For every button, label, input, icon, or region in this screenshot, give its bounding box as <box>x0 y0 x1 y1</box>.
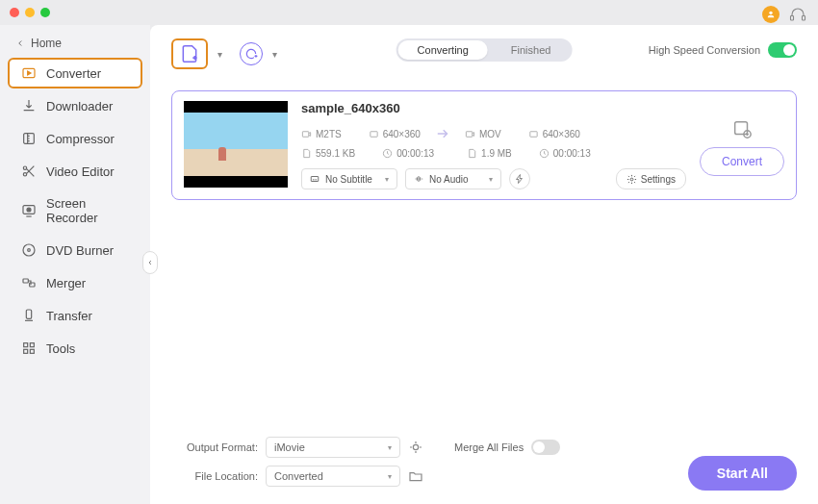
svg-point-6 <box>23 166 26 169</box>
format-settings-icon[interactable] <box>408 440 423 455</box>
file-card: sample_640x360 M2TS 640×360 MOV 640×360 … <box>171 90 797 200</box>
footer: Output Format: iMovie ▾ Merge All Files … <box>171 437 797 494</box>
output-format-icon[interactable] <box>731 118 753 139</box>
add-file-icon <box>180 44 199 63</box>
video-thumbnail[interactable] <box>184 101 288 188</box>
sidebar-collapse-handle[interactable] <box>142 251 158 274</box>
svg-rect-22 <box>530 131 537 137</box>
sidebar-item-label: Converter <box>46 66 101 81</box>
file-location-select[interactable]: Converted ▾ <box>266 466 400 487</box>
tab-finished[interactable]: Finished <box>490 38 573 62</box>
grid-icon <box>21 340 37 356</box>
subtitle-select[interactable]: No Subtitle ▾ <box>301 168 397 189</box>
settings-button[interactable]: Settings <box>616 168 686 189</box>
sidebar-item-screen-recorder[interactable]: Screen Recorder <box>8 189 142 233</box>
settings-label: Settings <box>641 174 676 185</box>
folder-icon[interactable] <box>408 468 423 484</box>
sidebar-item-tools[interactable]: Tools <box>8 333 142 364</box>
high-speed-toggle[interactable] <box>768 42 797 58</box>
dst-dur: 00:00:13 <box>553 148 591 159</box>
svg-point-7 <box>23 173 26 176</box>
transfer-icon <box>21 308 37 323</box>
svg-rect-16 <box>30 343 34 347</box>
svg-rect-21 <box>466 131 472 137</box>
merger-icon <box>21 275 37 290</box>
clock-icon <box>382 148 393 159</box>
audio-select[interactable]: No Audio ▾ <box>405 168 501 189</box>
merge-label: Merge All Files <box>454 441 524 453</box>
resolution-icon <box>369 129 379 139</box>
dst-size: 1.9 MB <box>481 148 512 159</box>
src-format: M2TS <box>316 129 342 139</box>
subtitle-value: No Subtitle <box>325 174 372 185</box>
user-avatar[interactable] <box>762 6 780 23</box>
file-icon <box>301 148 312 159</box>
convert-button[interactable]: Convert <box>700 147 784 176</box>
svg-rect-18 <box>30 349 34 353</box>
svg-rect-20 <box>371 131 377 137</box>
status-segmented-control: Converting Finished <box>396 38 573 62</box>
sidebar-item-label: Downloader <box>46 99 113 113</box>
disc-icon <box>21 242 37 258</box>
dst-format: MOV <box>479 129 501 139</box>
clock-icon <box>539 148 550 159</box>
video-icon <box>465 129 475 139</box>
file-name: sample_640x360 <box>301 101 686 115</box>
window-close[interactable] <box>10 8 19 17</box>
svg-rect-1 <box>791 16 794 21</box>
sidebar: Home Converter Downloader Compressor Vid… <box>0 25 150 504</box>
bolt-icon <box>514 173 525 185</box>
converter-icon <box>21 65 37 81</box>
sidebar-item-label: Video Editor <box>46 164 115 179</box>
sidebar-item-converter[interactable]: Converter <box>8 58 142 88</box>
video-icon <box>301 129 312 139</box>
add-file-dropdown[interactable]: ▾ <box>217 49 222 60</box>
scissors-icon <box>21 164 37 179</box>
svg-rect-14 <box>26 310 31 318</box>
home-label: Home <box>31 37 62 50</box>
download-icon <box>21 98 37 113</box>
output-format-select[interactable]: iMovie ▾ <box>266 437 400 458</box>
sidebar-item-label: Screen Recorder <box>46 196 129 225</box>
sidebar-item-downloader[interactable]: Downloader <box>8 90 142 121</box>
gear-icon <box>626 174 637 185</box>
merge-toggle[interactable] <box>531 440 560 455</box>
add-url-dropdown[interactable]: ▾ <box>272 49 277 60</box>
svg-rect-15 <box>24 343 28 347</box>
sidebar-item-transfer[interactable]: Transfer <box>8 300 142 331</box>
window-maximize[interactable] <box>40 8 50 17</box>
high-speed-row: High Speed Conversion <box>649 42 797 58</box>
main-panel: ▾ ▾ Converting Finished High Speed Conve… <box>150 25 818 504</box>
output-format-value: iMovie <box>274 441 305 453</box>
src-size: 559.1 KB <box>316 148 355 159</box>
tab-converting[interactable]: Converting <box>398 40 488 60</box>
svg-point-11 <box>28 249 31 252</box>
audio-value: No Audio <box>429 174 469 185</box>
window-minimize[interactable] <box>25 8 35 17</box>
sidebar-item-compressor[interactable]: Compressor <box>8 123 142 154</box>
sidebar-item-label: Transfer <box>46 309 92 323</box>
speed-button[interactable] <box>509 168 530 189</box>
add-url-button[interactable] <box>240 42 263 65</box>
start-all-button[interactable]: Start All <box>688 456 797 491</box>
svg-point-0 <box>769 12 772 14</box>
svg-point-26 <box>630 178 633 181</box>
sidebar-item-video-editor[interactable]: Video Editor <box>8 156 142 187</box>
dst-res: 640×360 <box>543 129 580 139</box>
support-icon[interactable] <box>789 6 806 23</box>
refresh-plus-icon <box>244 47 258 61</box>
chevron-left-icon <box>15 38 25 48</box>
svg-rect-19 <box>302 131 308 137</box>
sidebar-item-label: Compressor <box>46 132 115 146</box>
screen-icon <box>21 203 37 218</box>
sidebar-item-label: Merger <box>46 276 86 290</box>
sidebar-item-dvd-burner[interactable]: DVD Burner <box>8 235 142 265</box>
resolution-icon <box>528 129 539 139</box>
compressor-icon <box>21 131 37 146</box>
sidebar-item-merger[interactable]: Merger <box>8 267 142 298</box>
home-link[interactable]: Home <box>0 31 150 56</box>
add-file-button[interactable] <box>171 38 208 69</box>
file-icon <box>467 148 477 159</box>
subtitle-icon <box>310 174 320 184</box>
chevron-left-icon <box>146 259 154 266</box>
